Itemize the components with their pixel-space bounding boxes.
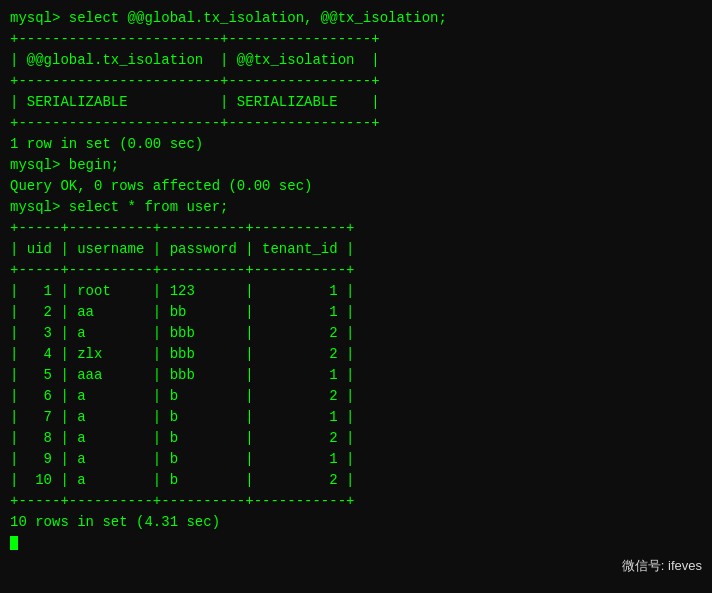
terminal-line: mysql> select * from user; <box>10 197 702 218</box>
terminal-line: +------------------------+--------------… <box>10 71 702 92</box>
terminal-output: mysql> select @@global.tx_isolation, @@t… <box>10 8 702 533</box>
terminal-line: 10 rows in set (4.31 sec) <box>10 512 702 533</box>
terminal-line: +-----+----------+----------+-----------… <box>10 260 702 281</box>
terminal-line: +-----+----------+----------+-----------… <box>10 491 702 512</box>
terminal-line: +-----+----------+----------+-----------… <box>10 218 702 239</box>
watermark: 微信号: ifeves <box>622 557 702 575</box>
terminal-line: | 7 | a | b | 1 | <box>10 407 702 428</box>
terminal-line: | 9 | a | b | 1 | <box>10 449 702 470</box>
terminal-line: mysql> begin; <box>10 155 702 176</box>
terminal-line: | 5 | aaa | bbb | 1 | <box>10 365 702 386</box>
terminal-line: | 2 | aa | bb | 1 | <box>10 302 702 323</box>
terminal-line: | 4 | zlx | bbb | 2 | <box>10 344 702 365</box>
terminal: mysql> select @@global.tx_isolation, @@t… <box>0 0 712 593</box>
terminal-line: | SERIALIZABLE | SERIALIZABLE | <box>10 92 702 113</box>
terminal-line: | uid | username | password | tenant_id … <box>10 239 702 260</box>
terminal-line: +------------------------+--------------… <box>10 113 702 134</box>
terminal-line: | 3 | a | bbb | 2 | <box>10 323 702 344</box>
terminal-line: | 10 | a | b | 2 | <box>10 470 702 491</box>
terminal-line: Query OK, 0 rows affected (0.00 sec) <box>10 176 702 197</box>
terminal-line: mysql> select @@global.tx_isolation, @@t… <box>10 8 702 29</box>
terminal-line: | @@global.tx_isolation | @@tx_isolation… <box>10 50 702 71</box>
terminal-line: | 1 | root | 123 | 1 | <box>10 281 702 302</box>
terminal-line: 1 row in set (0.00 sec) <box>10 134 702 155</box>
cursor-line <box>10 533 702 554</box>
terminal-line: | 8 | a | b | 2 | <box>10 428 702 449</box>
terminal-line: +------------------------+--------------… <box>10 29 702 50</box>
cursor-icon <box>10 536 18 550</box>
terminal-line: | 6 | a | b | 2 | <box>10 386 702 407</box>
